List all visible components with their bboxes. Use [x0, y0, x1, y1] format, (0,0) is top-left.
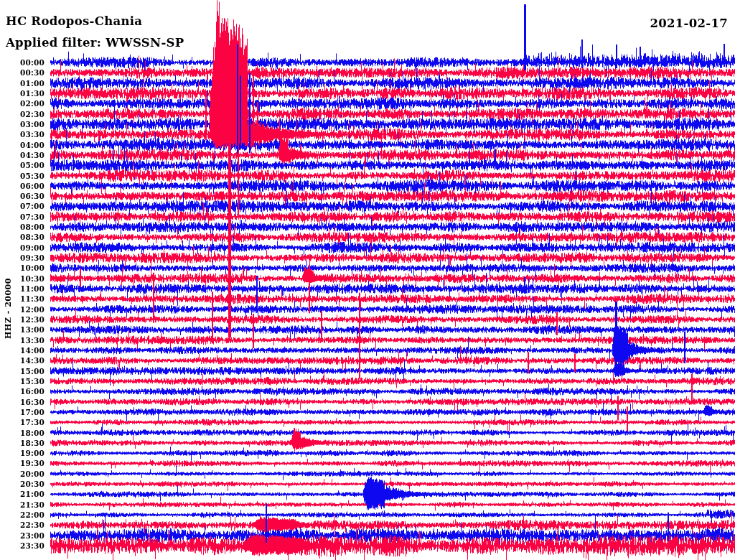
time-label: 09:00	[0, 244, 45, 252]
time-label: 01:00	[0, 80, 45, 88]
channel-scale-label: HHZ - 20000	[4, 269, 12, 348]
time-label: 18:00	[0, 429, 45, 437]
time-label: 06:00	[0, 182, 45, 190]
time-label: 05:30	[0, 172, 45, 180]
applied-filter-label: Applied filter: WWSSN-SP	[6, 37, 184, 50]
time-label: 17:30	[0, 419, 45, 426]
time-label: 01:30	[0, 90, 45, 98]
time-label: 07:00	[0, 202, 45, 210]
time-label: 02:00	[0, 100, 45, 108]
time-label: 08:00	[0, 223, 45, 231]
time-label: 03:30	[0, 131, 45, 139]
time-label: 07:30	[0, 213, 45, 221]
helicorder-page: HC Rodopos-Chania Applied filter: WWSSN-…	[0, 0, 735, 560]
time-label: 00:30	[0, 69, 45, 77]
helicorder-traces	[0, 0, 735, 560]
time-label: 23:00	[0, 532, 45, 540]
time-label: 03:00	[0, 121, 45, 129]
time-label: 16:30	[0, 398, 45, 406]
time-label: 19:30	[0, 459, 45, 467]
time-label: 14:30	[0, 357, 45, 365]
time-label: 04:00	[0, 141, 45, 149]
time-label: 02:30	[0, 111, 45, 118]
station-title: HC Rodopos-Chania	[6, 16, 142, 28]
time-label: 22:30	[0, 521, 45, 529]
time-label: 14:00	[0, 347, 45, 355]
time-label: 23:30	[0, 542, 45, 550]
time-label: 21:30	[0, 501, 45, 509]
time-label: 22:00	[0, 511, 45, 519]
time-label: 17:00	[0, 409, 45, 416]
time-label: 05:00	[0, 162, 45, 169]
time-label: 16:00	[0, 388, 45, 396]
time-label: 20:30	[0, 480, 45, 488]
time-label: 19:00	[0, 449, 45, 457]
time-label: 08:30	[0, 233, 45, 241]
time-label: 09:30	[0, 254, 45, 262]
time-label: 00:00	[0, 59, 45, 67]
time-label: 21:00	[0, 490, 45, 498]
time-label: 15:30	[0, 378, 45, 386]
time-label: 04:30	[0, 151, 45, 159]
time-label: 06:30	[0, 192, 45, 200]
time-label: 18:30	[0, 439, 45, 447]
date-label: 2021-02-17	[650, 18, 728, 30]
time-label: 15:00	[0, 368, 45, 375]
time-label: 20:00	[0, 470, 45, 478]
